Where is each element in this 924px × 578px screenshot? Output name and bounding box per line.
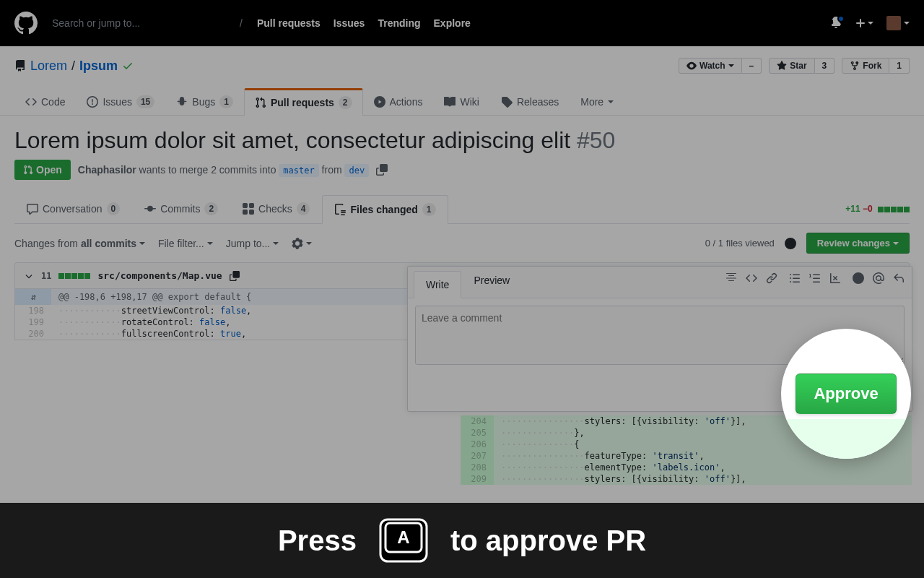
copy-path-icon[interactable] xyxy=(230,271,240,281)
tab-issues[interactable]: Issues15 xyxy=(76,88,165,115)
tab-checks[interactable]: Checks4 xyxy=(230,194,322,223)
tab-releases[interactable]: Releases xyxy=(490,88,570,115)
copy-icon[interactable] xyxy=(376,164,388,176)
tab-code[interactable]: Code xyxy=(14,88,76,115)
pr-number: #50 xyxy=(577,127,615,153)
chevron-down-icon[interactable] xyxy=(24,271,34,281)
file-path[interactable]: src/components/Map.vue xyxy=(97,270,222,281)
nav-pull-requests[interactable]: Pull requests xyxy=(257,17,321,29)
search-input[interactable]: Search or jump to... xyxy=(52,17,232,29)
tab-wiki[interactable]: Wiki xyxy=(433,88,489,115)
user-avatar[interactable] xyxy=(886,16,910,30)
settings-dropdown[interactable] xyxy=(292,238,312,249)
tab-conversation[interactable]: Conversation0 xyxy=(14,194,132,223)
repo-owner-link[interactable]: Lorem xyxy=(30,59,67,74)
keycap-icon: A xyxy=(378,517,429,564)
github-logo-icon[interactable] xyxy=(14,12,38,35)
quote-icon[interactable] xyxy=(725,272,737,284)
diff-stat: +11 −0 xyxy=(845,204,910,214)
create-new-icon[interactable] xyxy=(855,17,873,29)
ol-icon[interactable] xyxy=(809,272,821,284)
star-count[interactable]: 3 xyxy=(815,58,835,74)
approve-highlight-bubble: Approve xyxy=(781,329,911,459)
pr-author[interactable]: Chaphasilor xyxy=(78,164,136,176)
tab-actions[interactable]: Actions xyxy=(363,88,434,115)
repo-name-link[interactable]: Ipsum xyxy=(79,59,118,74)
tasklist-icon[interactable] xyxy=(829,272,841,284)
jump-to-dropdown[interactable]: Jump to... xyxy=(226,238,279,249)
pr-title: Lorem ipsum dolor sit amet, consectetur … xyxy=(14,127,910,154)
svg-text:A: A xyxy=(397,527,409,547)
nav-explore[interactable]: Explore xyxy=(434,17,471,29)
fork-button[interactable]: Fork xyxy=(842,58,889,74)
fork-count[interactable]: 1 xyxy=(889,58,910,74)
link-icon[interactable] xyxy=(766,272,777,284)
mention-icon[interactable] xyxy=(873,272,884,284)
changes-from-dropdown[interactable]: Changes from all commits xyxy=(14,238,145,249)
pr-state-badge: Open xyxy=(14,160,71,180)
tab-more[interactable]: More xyxy=(570,88,624,115)
ul-icon[interactable] xyxy=(789,272,801,284)
info-icon[interactable] xyxy=(785,238,796,249)
tab-commits[interactable]: Commits2 xyxy=(132,194,230,223)
preview-tab[interactable]: Preview xyxy=(461,267,522,298)
shortcut-banner: Press A to approve PR xyxy=(0,503,924,578)
file-filter-dropdown[interactable]: File filter... xyxy=(158,238,213,249)
files-viewed-label: 0 / 1 files viewed xyxy=(705,238,775,249)
notifications-icon[interactable] xyxy=(830,17,842,30)
watch-count[interactable]: – xyxy=(742,58,762,74)
tab-bugs[interactable]: Bugs1 xyxy=(165,88,244,115)
head-branch[interactable]: dev xyxy=(344,164,369,177)
review-changes-button[interactable]: Review changes xyxy=(806,233,910,254)
code-icon[interactable] xyxy=(746,272,757,284)
watch-button[interactable]: Watch xyxy=(679,58,742,74)
base-branch[interactable]: master xyxy=(279,164,318,177)
approve-button[interactable]: Approve xyxy=(796,374,896,414)
tab-files-changed[interactable]: Files changed1 xyxy=(322,195,448,224)
expand-icon[interactable]: ⇵ xyxy=(15,289,51,305)
tab-pull-requests[interactable]: Pull requests2 xyxy=(244,88,363,116)
nav-issues[interactable]: Issues xyxy=(334,17,365,29)
nav-trending[interactable]: Trending xyxy=(378,17,420,29)
star-button[interactable]: Star xyxy=(769,58,814,74)
write-tab[interactable]: Write xyxy=(414,271,461,298)
verified-check-icon xyxy=(122,60,134,72)
reply-icon[interactable] xyxy=(893,272,905,284)
suggestion-icon[interactable] xyxy=(853,272,864,284)
repo-icon xyxy=(14,60,26,72)
